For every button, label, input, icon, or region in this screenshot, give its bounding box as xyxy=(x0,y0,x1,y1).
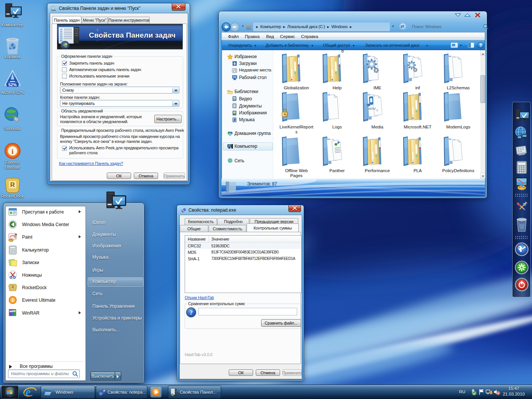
svg-text:?: ? xyxy=(190,309,193,316)
svg-text:?: ? xyxy=(480,43,482,48)
svg-text:R: R xyxy=(10,181,15,188)
svg-text:52%: 52% xyxy=(8,82,17,87)
svg-text:i: i xyxy=(11,147,13,155)
